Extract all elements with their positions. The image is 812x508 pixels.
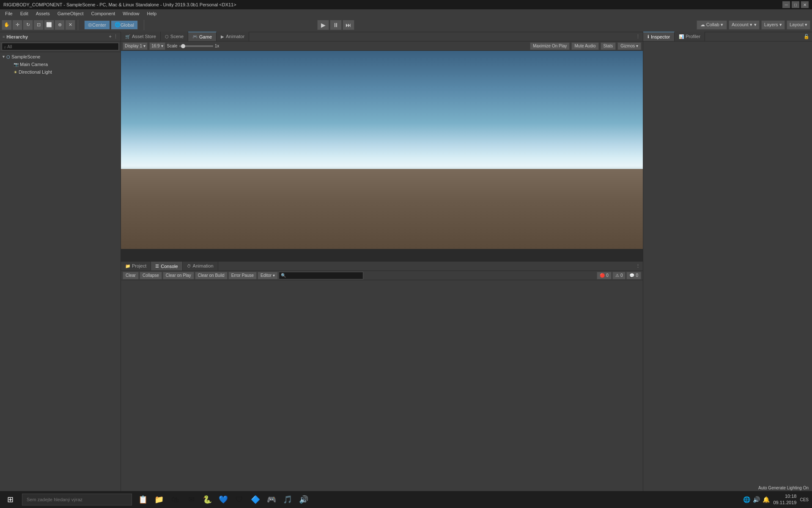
taskbar-app-files[interactable]: 📋 xyxy=(135,492,151,507)
scale-slider[interactable] xyxy=(179,45,213,47)
pivot-global-button[interactable]: 🌐 Global xyxy=(111,20,138,30)
taskbar-app-app5[interactable]: 🐍 xyxy=(200,492,215,507)
warning-count-badge[interactable]: ⚠ 0 xyxy=(612,272,626,279)
inspector-lock-button[interactable]: 🔓 xyxy=(801,34,812,39)
console-search-input[interactable] xyxy=(279,272,363,279)
gizmos-button[interactable]: Gizmos ▾ xyxy=(617,42,641,50)
tool-move[interactable]: ✛ xyxy=(12,20,22,30)
tab-console[interactable]: ☰ Console xyxy=(151,261,182,271)
taskbar-right: 🌐 🔊 🔔 10:18 09.11.2019 CES xyxy=(743,493,812,506)
maximize-button[interactable]: □ xyxy=(792,1,799,8)
light-icon: ☀ xyxy=(14,70,17,75)
window-title: RIGIDBODY_COMPONENT - SampleScene - PC, … xyxy=(3,2,236,7)
taskbar-app-store[interactable]: 🛍 xyxy=(167,492,183,507)
console-toolbar: Clear Collapse Clear on Play Clear on Bu… xyxy=(121,271,643,280)
taskbar-app-app6[interactable]: 💙 xyxy=(216,492,231,507)
menu-help[interactable]: Help xyxy=(143,10,160,17)
clear-button[interactable]: Clear xyxy=(123,272,139,279)
menu-component[interactable]: Component xyxy=(88,10,118,17)
error-icon: 🔴 xyxy=(600,273,605,278)
hierarchy-add-icon[interactable]: + xyxy=(109,34,112,39)
tab-menu-button[interactable]: ⋮ xyxy=(633,34,643,39)
animator-tab-icon: ▶ xyxy=(221,34,224,39)
menu-gameobject[interactable]: GameObject xyxy=(54,10,87,17)
taskbar-search-input[interactable] xyxy=(22,494,132,505)
camera-icon: 📷 xyxy=(14,62,19,67)
minimize-button[interactable]: ─ xyxy=(782,1,790,8)
taskbar-start-button[interactable]: ⊞ xyxy=(0,491,20,508)
scene-name: SampleScene xyxy=(11,54,41,59)
tab-project[interactable]: 📁 Project xyxy=(121,261,151,271)
collapse-button[interactable]: Collapse xyxy=(140,272,162,279)
display-selector[interactable]: Display 1 ▾ xyxy=(123,42,148,50)
tab-animator[interactable]: ▶ Animator xyxy=(217,32,249,41)
mute-audio-button[interactable]: Mute Audio xyxy=(571,42,598,50)
volume-icon[interactable]: 🔊 xyxy=(753,496,760,503)
hierarchy-search-input[interactable] xyxy=(2,43,119,50)
menu-edit[interactable]: Edit xyxy=(17,10,32,17)
stats-button[interactable]: Stats xyxy=(601,42,616,50)
tab-scene[interactable]: ⬡ Scene xyxy=(161,32,188,41)
bottom-tab-menu-button[interactable]: ⋮ xyxy=(633,263,643,269)
console-tab-icon: ☰ xyxy=(155,264,159,268)
error-count-badge[interactable]: 🔴 0 xyxy=(597,272,612,279)
network-icon[interactable]: 🌐 xyxy=(743,496,750,503)
account-dropdown[interactable]: Account ▾ ▾ xyxy=(729,20,760,30)
tab-animation[interactable]: ⏱ Animation xyxy=(183,261,218,271)
taskbar-app-unity[interactable]: 🎮 xyxy=(264,492,279,507)
taskbar-app-app7[interactable]: 🛡 xyxy=(232,492,247,507)
tab-game[interactable]: 🎮 Game xyxy=(188,32,217,41)
hierarchy-item-directionallight[interactable]: ☀ Directional Light xyxy=(0,68,121,76)
taskbar-system-icons: 🌐 🔊 🔔 xyxy=(743,496,770,503)
tab-profiler[interactable]: 📊 Profiler xyxy=(675,32,705,41)
right-toolbar: ☁ Collab ▾ Account ▾ ▾ Layers ▾ Layout ▾ xyxy=(697,20,810,30)
collab-button[interactable]: ☁ Collab ▾ xyxy=(697,20,727,30)
hierarchy-item-maincamera[interactable]: 📷 Main Camera xyxy=(0,61,121,68)
pause-button[interactable]: ⏸ xyxy=(330,20,342,30)
console-counts: 🔴 0 ⚠ 0 💬 0 xyxy=(597,272,641,279)
layers-dropdown[interactable]: Layers ▾ xyxy=(761,20,785,30)
tool-rotate[interactable]: ↻ xyxy=(23,20,33,30)
step-button[interactable]: ⏭ xyxy=(343,20,354,30)
taskbar-app-explorer[interactable]: 📁 xyxy=(151,492,167,507)
clear-on-play-button[interactable]: Clear on Play xyxy=(163,272,194,279)
battery-icon[interactable]: 🔔 xyxy=(763,496,770,503)
sky-gradient xyxy=(121,51,643,182)
taskbar-app-mail[interactable]: ✉ xyxy=(184,492,199,507)
taskbar-app-audio[interactable]: 🎵 xyxy=(280,492,295,507)
taskbar-time: 10:18 xyxy=(773,493,796,500)
play-controls: ▶ ⏸ ⏭ xyxy=(317,20,354,30)
editor-dropdown-button[interactable]: Editor ▾ xyxy=(258,272,278,279)
aspect-selector[interactable]: 16:9 ▾ xyxy=(149,42,165,50)
tool-custom[interactable]: ✕ xyxy=(65,20,75,30)
tab-asset-store[interactable]: 🛒 Asset Store xyxy=(121,32,161,41)
tool-hand[interactable]: ✋ xyxy=(2,20,12,30)
menu-file[interactable]: File xyxy=(2,10,16,17)
play-button[interactable]: ▶ xyxy=(317,20,329,30)
tab-inspector[interactable]: ℹ Inspector xyxy=(643,32,675,41)
hierarchy-header-icons: + ⋮ xyxy=(109,34,118,39)
scene-arrow: ▼ xyxy=(2,55,5,59)
main-area: ≡ Hierarchy + ⋮ ▼ ⬡ SampleScene xyxy=(0,32,812,491)
message-count-badge[interactable]: 💬 0 xyxy=(626,272,641,279)
menu-window[interactable]: Window xyxy=(119,10,143,17)
layout-dropdown[interactable]: Layout ▾ xyxy=(787,20,810,30)
close-button[interactable]: ✕ xyxy=(801,1,809,8)
taskbar-app-sound[interactable]: 🔊 xyxy=(296,492,311,507)
taskbar-app-app8[interactable]: 🔷 xyxy=(248,492,263,507)
clear-on-build-button[interactable]: Clear on Build xyxy=(195,272,228,279)
pivot-center-button[interactable]: ◎ Center xyxy=(84,20,110,30)
error-count: 0 xyxy=(606,273,609,278)
hierarchy-menu-icon[interactable]: ⋮ xyxy=(113,34,118,39)
menu-assets[interactable]: Assets xyxy=(33,10,53,17)
taskbar-time-area[interactable]: 10:18 09.11.2019 xyxy=(773,493,796,506)
tool-scale[interactable]: ⊡ xyxy=(33,20,44,30)
scale-label: Scale xyxy=(167,44,178,48)
error-pause-button[interactable]: Error Pause xyxy=(228,272,257,279)
taskbar-timezone: CES xyxy=(800,497,809,502)
transform-tools: ✋ ✛ ↻ ⊡ ⬜ ⊕ ✕ xyxy=(2,20,75,30)
tool-transform[interactable]: ⊕ xyxy=(55,20,65,30)
tool-rect[interactable]: ⬜ xyxy=(44,20,54,30)
maximize-on-play-button[interactable]: Maximize On Play xyxy=(530,42,570,50)
hierarchy-item-samplescene[interactable]: ▼ ⬡ SampleScene xyxy=(0,53,121,61)
